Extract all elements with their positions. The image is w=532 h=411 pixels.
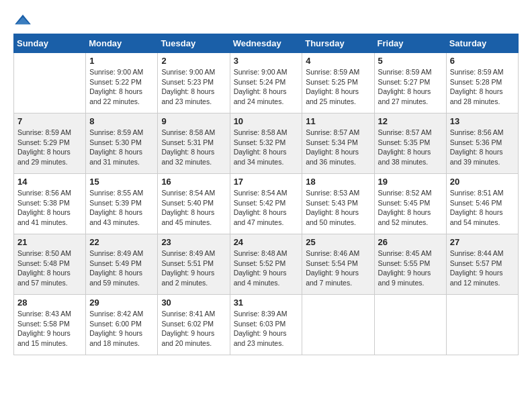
calendar-cell	[302, 295, 374, 355]
weekday-wednesday: Wednesday	[230, 34, 302, 53]
day-info: Sunrise: 8:42 AM Sunset: 6:00 PM Dayligh…	[89, 309, 154, 349]
calendar-cell: 1Sunrise: 9:00 AM Sunset: 5:22 PM Daylig…	[86, 53, 158, 113]
day-number: 20	[450, 177, 515, 187]
day-info: Sunrise: 9:00 AM Sunset: 5:23 PM Dayligh…	[161, 67, 226, 107]
day-info: Sunrise: 8:41 AM Sunset: 6:02 PM Dayligh…	[161, 309, 226, 349]
calendar-cell: 21Sunrise: 8:50 AM Sunset: 5:48 PM Dayli…	[14, 234, 86, 295]
calendar-cell: 16Sunrise: 8:54 AM Sunset: 5:40 PM Dayli…	[158, 174, 230, 234]
day-number: 10	[234, 116, 299, 126]
day-number: 12	[378, 116, 443, 126]
calendar-cell: 9Sunrise: 8:58 AM Sunset: 5:31 PM Daylig…	[158, 113, 230, 174]
day-number: 7	[17, 116, 82, 126]
day-number: 13	[450, 116, 515, 126]
logo	[13, 13, 35, 27]
day-number: 17	[234, 177, 299, 187]
calendar-cell: 30Sunrise: 8:41 AM Sunset: 6:02 PM Dayli…	[158, 295, 230, 355]
calendar-cell: 3Sunrise: 9:00 AM Sunset: 5:24 PM Daylig…	[230, 53, 302, 113]
day-number: 4	[306, 56, 370, 66]
calendar-cell: 13Sunrise: 8:56 AM Sunset: 5:36 PM Dayli…	[446, 113, 518, 174]
day-info: Sunrise: 8:54 AM Sunset: 5:40 PM Dayligh…	[161, 188, 226, 228]
calendar-week-0: 1Sunrise: 9:00 AM Sunset: 5:22 PM Daylig…	[14, 53, 519, 113]
weekday-saturday: Saturday	[446, 34, 518, 53]
day-info: Sunrise: 8:44 AM Sunset: 5:57 PM Dayligh…	[450, 248, 515, 288]
calendar-cell: 8Sunrise: 8:59 AM Sunset: 5:30 PM Daylig…	[86, 113, 158, 174]
day-info: Sunrise: 8:59 AM Sunset: 5:30 PM Dayligh…	[89, 128, 154, 167]
day-info: Sunrise: 8:56 AM Sunset: 5:36 PM Dayligh…	[450, 128, 515, 167]
calendar-cell: 17Sunrise: 8:54 AM Sunset: 5:42 PM Dayli…	[230, 174, 302, 234]
day-number: 16	[161, 177, 226, 187]
day-number: 1	[89, 56, 154, 66]
day-info: Sunrise: 8:53 AM Sunset: 5:43 PM Dayligh…	[306, 188, 370, 228]
day-info: Sunrise: 8:58 AM Sunset: 5:32 PM Dayligh…	[234, 128, 299, 167]
day-number: 6	[450, 56, 515, 66]
calendar-cell: 24Sunrise: 8:48 AM Sunset: 5:52 PM Dayli…	[230, 234, 302, 295]
day-number: 15	[89, 177, 154, 187]
day-number: 28	[17, 298, 82, 308]
calendar-week-2: 14Sunrise: 8:56 AM Sunset: 5:38 PM Dayli…	[14, 174, 519, 234]
day-info: Sunrise: 8:58 AM Sunset: 5:31 PM Dayligh…	[161, 128, 226, 167]
day-number: 24	[234, 237, 299, 247]
calendar-cell: 6Sunrise: 8:59 AM Sunset: 5:28 PM Daylig…	[446, 53, 518, 113]
logo-icon	[13, 13, 32, 27]
day-info: Sunrise: 8:59 AM Sunset: 5:29 PM Dayligh…	[17, 128, 82, 167]
calendar-week-1: 7Sunrise: 8:59 AM Sunset: 5:29 PM Daylig…	[14, 113, 519, 174]
weekday-monday: Monday	[86, 34, 158, 53]
day-number: 14	[17, 177, 82, 187]
day-info: Sunrise: 8:52 AM Sunset: 5:45 PM Dayligh…	[378, 188, 443, 228]
day-number: 30	[161, 298, 226, 308]
day-number: 29	[89, 298, 154, 308]
calendar-cell: 18Sunrise: 8:53 AM Sunset: 5:43 PM Dayli…	[302, 174, 374, 234]
day-info: Sunrise: 8:50 AM Sunset: 5:48 PM Dayligh…	[17, 248, 82, 288]
calendar-cell: 11Sunrise: 8:57 AM Sunset: 5:34 PM Dayli…	[302, 113, 374, 174]
calendar-cell	[446, 295, 518, 355]
weekday-friday: Friday	[374, 34, 446, 53]
calendar-cell: 5Sunrise: 8:59 AM Sunset: 5:27 PM Daylig…	[374, 53, 446, 113]
weekday-header-row: SundayMondayTuesdayWednesdayThursdayFrid…	[14, 34, 519, 53]
calendar-header: SundayMondayTuesdayWednesdayThursdayFrid…	[14, 34, 519, 53]
calendar-week-4: 28Sunrise: 8:43 AM Sunset: 5:58 PM Dayli…	[14, 295, 519, 355]
calendar-cell: 31Sunrise: 8:39 AM Sunset: 6:03 PM Dayli…	[230, 295, 302, 355]
day-info: Sunrise: 8:49 AM Sunset: 5:49 PM Dayligh…	[89, 248, 154, 288]
calendar-cell	[14, 53, 86, 113]
calendar-cell: 27Sunrise: 8:44 AM Sunset: 5:57 PM Dayli…	[446, 234, 518, 295]
day-info: Sunrise: 8:51 AM Sunset: 5:46 PM Dayligh…	[450, 188, 515, 228]
calendar-cell: 28Sunrise: 8:43 AM Sunset: 5:58 PM Dayli…	[14, 295, 86, 355]
day-info: Sunrise: 9:00 AM Sunset: 5:22 PM Dayligh…	[89, 67, 154, 107]
calendar-cell: 19Sunrise: 8:52 AM Sunset: 5:45 PM Dayli…	[374, 174, 446, 234]
day-info: Sunrise: 8:55 AM Sunset: 5:39 PM Dayligh…	[89, 188, 154, 228]
day-info: Sunrise: 8:56 AM Sunset: 5:38 PM Dayligh…	[17, 188, 82, 228]
weekday-tuesday: Tuesday	[158, 34, 230, 53]
day-info: Sunrise: 8:54 AM Sunset: 5:42 PM Dayligh…	[234, 188, 299, 228]
day-number: 5	[378, 56, 443, 66]
day-number: 31	[234, 298, 299, 308]
calendar-cell: 4Sunrise: 8:59 AM Sunset: 5:25 PM Daylig…	[302, 53, 374, 113]
calendar-cell: 15Sunrise: 8:55 AM Sunset: 5:39 PM Dayli…	[86, 174, 158, 234]
calendar-cell: 7Sunrise: 8:59 AM Sunset: 5:29 PM Daylig…	[14, 113, 86, 174]
day-number: 26	[378, 237, 443, 247]
calendar-cell: 25Sunrise: 8:46 AM Sunset: 5:54 PM Dayli…	[302, 234, 374, 295]
calendar-body: 1Sunrise: 9:00 AM Sunset: 5:22 PM Daylig…	[14, 53, 519, 355]
day-info: Sunrise: 8:46 AM Sunset: 5:54 PM Dayligh…	[306, 248, 370, 288]
day-number: 3	[234, 56, 299, 66]
calendar-cell: 20Sunrise: 8:51 AM Sunset: 5:46 PM Dayli…	[446, 174, 518, 234]
day-info: Sunrise: 8:49 AM Sunset: 5:51 PM Dayligh…	[161, 248, 226, 288]
day-number: 27	[450, 237, 515, 247]
weekday-thursday: Thursday	[302, 34, 374, 53]
calendar-cell: 2Sunrise: 9:00 AM Sunset: 5:23 PM Daylig…	[158, 53, 230, 113]
day-info: Sunrise: 8:57 AM Sunset: 5:35 PM Dayligh…	[378, 128, 443, 167]
day-number: 8	[89, 116, 154, 126]
day-info: Sunrise: 8:59 AM Sunset: 5:28 PM Dayligh…	[450, 67, 515, 107]
calendar-week-3: 21Sunrise: 8:50 AM Sunset: 5:48 PM Dayli…	[14, 234, 519, 295]
day-number: 25	[306, 237, 370, 247]
page-header	[13, 13, 519, 27]
calendar-cell: 14Sunrise: 8:56 AM Sunset: 5:38 PM Dayli…	[14, 174, 86, 234]
calendar-cell: 12Sunrise: 8:57 AM Sunset: 5:35 PM Dayli…	[374, 113, 446, 174]
calendar-table: SundayMondayTuesdayWednesdayThursdayFrid…	[13, 34, 519, 355]
day-number: 9	[161, 116, 226, 126]
day-info: Sunrise: 8:59 AM Sunset: 5:25 PM Dayligh…	[306, 67, 370, 107]
day-number: 19	[378, 177, 443, 187]
day-info: Sunrise: 8:39 AM Sunset: 6:03 PM Dayligh…	[234, 309, 299, 349]
day-number: 18	[306, 177, 370, 187]
calendar-cell	[374, 295, 446, 355]
day-info: Sunrise: 8:45 AM Sunset: 5:55 PM Dayligh…	[378, 248, 443, 288]
